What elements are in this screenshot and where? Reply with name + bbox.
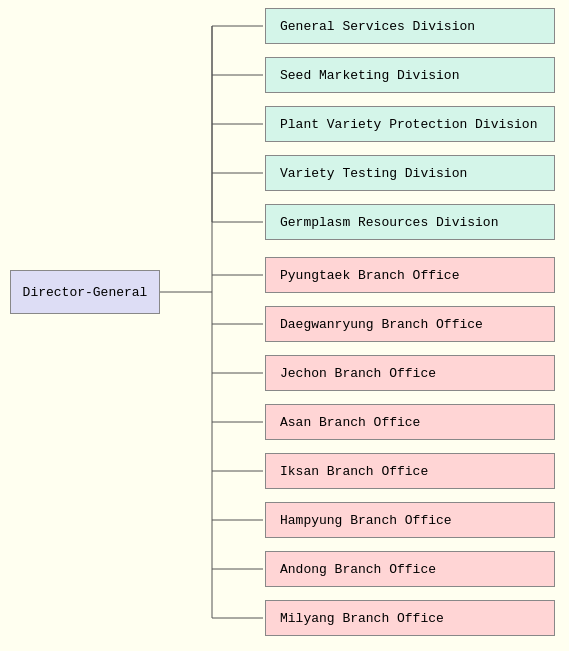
pyungtaek-branch-box: Pyungtaek Branch Office (265, 257, 555, 293)
plant-variety-division-box: Plant Variety Protection Division (265, 106, 555, 142)
variety-testing-label: Variety Testing Division (280, 166, 467, 181)
variety-testing-division-box: Variety Testing Division (265, 155, 555, 191)
pyungtaek-label: Pyungtaek Branch Office (280, 268, 459, 283)
germplasm-label: Germplasm Resources Division (280, 215, 498, 230)
jechon-branch-box: Jechon Branch Office (265, 355, 555, 391)
iksan-branch-box: Iksan Branch Office (265, 453, 555, 489)
director-general-label: Director-General (23, 285, 148, 300)
plant-variety-label: Plant Variety Protection Division (280, 117, 537, 132)
org-chart: Director-General General Services Divisi… (0, 0, 569, 651)
hampyung-label: Hampyung Branch Office (280, 513, 452, 528)
asan-branch-box: Asan Branch Office (265, 404, 555, 440)
daegwanryung-label: Daegwanryung Branch Office (280, 317, 483, 332)
daegwanryung-branch-box: Daegwanryung Branch Office (265, 306, 555, 342)
andong-branch-box: Andong Branch Office (265, 551, 555, 587)
germplasm-division-box: Germplasm Resources Division (265, 204, 555, 240)
general-services-label: General Services Division (280, 19, 475, 34)
seed-marketing-division-box: Seed Marketing Division (265, 57, 555, 93)
milyang-label: Milyang Branch Office (280, 611, 444, 626)
asan-label: Asan Branch Office (280, 415, 420, 430)
milyang-branch-box: Milyang Branch Office (265, 600, 555, 636)
jechon-label: Jechon Branch Office (280, 366, 436, 381)
seed-marketing-label: Seed Marketing Division (280, 68, 459, 83)
hampyung-branch-box: Hampyung Branch Office (265, 502, 555, 538)
andong-label: Andong Branch Office (280, 562, 436, 577)
iksan-label: Iksan Branch Office (280, 464, 428, 479)
general-services-division-box: General Services Division (265, 8, 555, 44)
director-general-box: Director-General (10, 270, 160, 314)
